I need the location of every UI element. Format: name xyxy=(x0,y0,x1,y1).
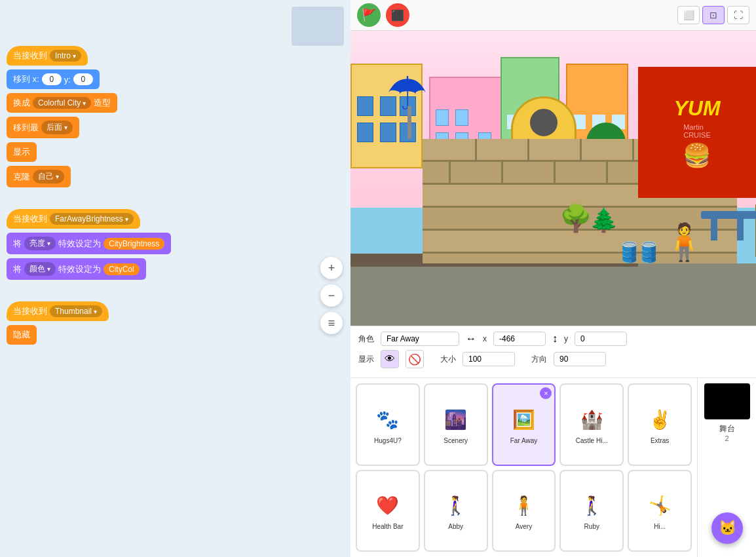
clone-dropdown[interactable]: 自己 xyxy=(33,170,64,183)
yum-content: YUM MartinCRUISE 🍔 xyxy=(673,96,720,169)
block-row-brightness: 将 亮度 特效设定为 CityBrightness xyxy=(7,233,344,256)
layer-dropdown[interactable]: 后面 xyxy=(41,121,73,134)
zoom-out-button[interactable]: − xyxy=(320,284,343,307)
sprite-name-castlehi: Castle Hi... xyxy=(576,437,608,444)
props-row-2: 显示 👁 🚫 大小 方向 xyxy=(358,350,748,368)
effect-dropdown-2[interactable]: 颜色 xyxy=(24,262,56,276)
stage-thumbnail[interactable] xyxy=(704,383,750,419)
sprite-icon-ruby: 🚶‍♀️ xyxy=(577,491,607,520)
sprite-icon-extras: ✌️ xyxy=(645,405,675,434)
sprite-name-abby: Abby xyxy=(448,523,463,530)
game-stage: ☂ xyxy=(350,31,756,326)
costume-dropdown[interactable]: Colorful City xyxy=(33,97,91,109)
go-to-layer-block[interactable]: 移到最 后面 xyxy=(7,117,79,138)
switch-costume-block[interactable]: 换成 Colorful City 造型 xyxy=(7,93,117,113)
sprite-name-hi: Hi... xyxy=(654,523,666,530)
sprite-name-healthbar: Health Bar xyxy=(372,523,403,530)
block-row-color: 将 颜色 特效设定为 CityCol xyxy=(7,258,344,282)
sprite-icon-scenery: 🌆 xyxy=(441,405,470,434)
direction-input[interactable] xyxy=(554,352,606,366)
bench-sprite xyxy=(701,211,756,240)
block-group-3: 当接收到 Thumbnail 隐藏 xyxy=(7,301,344,347)
block-row-hat1: 当接收到 Intro xyxy=(7,46,344,67)
sprite-name-extras: Extras xyxy=(651,437,669,444)
sprite-item-healthbar[interactable]: ❤️Health Bar xyxy=(356,470,420,552)
stop-button[interactable]: ⬛ xyxy=(386,3,409,27)
event-receive-block-1[interactable]: 当接收到 Intro xyxy=(7,46,88,66)
effect-dropdown-1[interactable]: 亮度 xyxy=(24,237,56,250)
sprite-item-abby[interactable]: 🚶‍♀️Abby xyxy=(424,470,488,552)
sprites-list: 🐾Hugs4U?🌆Scenery×🖼️Far Away🏰Castle Hi...… xyxy=(350,378,697,557)
green-flag-button[interactable]: 🚩 xyxy=(357,3,381,27)
view-fullscreen-button[interactable]: ⛶ xyxy=(727,6,749,24)
sprite-item-hi[interactable]: 🤸Hi... xyxy=(628,470,692,552)
zoom-in-button[interactable]: + xyxy=(320,257,343,279)
tree-sprite-2: 🌲 xyxy=(590,207,618,234)
ground xyxy=(350,263,756,326)
direction-label: 方向 xyxy=(531,354,547,365)
x-input[interactable] xyxy=(493,332,546,346)
yum-sign: YUM MartinCRUISE 🍔 xyxy=(638,67,756,198)
size-input[interactable] xyxy=(463,352,515,366)
sprite-item-castlehi[interactable]: 🏰Castle Hi... xyxy=(559,383,624,466)
view-controls: ⬜ ⊡ ⛶ xyxy=(677,6,749,24)
role-name-input[interactable] xyxy=(381,332,459,346)
zoom-controls: + − ≡ xyxy=(320,257,343,334)
sprite-icon-castlehi: 🏰 xyxy=(577,405,607,434)
view-small-button[interactable]: ⬜ xyxy=(677,6,700,24)
show-visible-button[interactable]: 👁 xyxy=(381,350,399,368)
sprite-icon-faraway: 🖼️ xyxy=(509,405,539,434)
sprite-name-ruby: Ruby xyxy=(584,523,599,530)
thumbnail-area xyxy=(292,7,344,46)
event-receive-block-3[interactable]: 当接收到 Thumbnail xyxy=(7,301,109,321)
sprite-icon-healthbar: ❤️ xyxy=(373,491,402,520)
sprite-item-ruby[interactable]: 🚶‍♀️Ruby xyxy=(559,470,624,552)
sprite-name-hugs4u: Hugs4U? xyxy=(374,437,402,444)
show-block[interactable]: 显示 xyxy=(7,142,37,162)
sprite-item-hugs4u[interactable]: 🐾Hugs4U? xyxy=(356,383,420,466)
event-dropdown-3[interactable]: Thumbnail xyxy=(50,305,102,317)
fit-button[interactable]: ≡ xyxy=(320,312,343,334)
block-group-2: 当接收到 FarAwayBrightness 将 亮度 特效设定为 CityBr… xyxy=(7,209,344,282)
barrel-sprite-2: 🛢️ xyxy=(637,240,661,263)
sprite-delete-faraway[interactable]: × xyxy=(540,387,552,399)
x-label: x xyxy=(483,334,487,343)
event-dropdown-1[interactable]: Intro xyxy=(50,50,81,62)
yum-text: YUM xyxy=(673,96,720,121)
block-row-hide: 隐藏 xyxy=(7,325,344,347)
sprite-item-scenery[interactable]: 🌆Scenery xyxy=(424,383,488,466)
clone-block[interactable]: 克隆 自己 xyxy=(7,166,71,187)
sprite-item-extras[interactable]: ✌️Extras xyxy=(628,383,692,466)
hide-block[interactable]: 隐藏 xyxy=(7,325,37,345)
props-row-1: 角色 ↔ x ↕ y xyxy=(358,332,748,346)
block-row-move: 移到 x: 0 y: 0 xyxy=(7,69,344,91)
main-layout: 当接收到 Intro 移到 x: 0 y: 0 换成 Colorful City… xyxy=(0,0,756,557)
burger-icon: 🍔 xyxy=(683,142,711,169)
event-receive-block-2[interactable]: 当接收到 FarAwayBrightness xyxy=(7,209,140,229)
set-brightness-block[interactable]: 将 亮度 特效设定为 CityBrightness xyxy=(7,233,171,254)
set-color-block[interactable]: 将 颜色 特效设定为 CityCol xyxy=(7,258,146,280)
role-label: 角色 xyxy=(358,334,374,345)
y-label: y xyxy=(564,334,568,343)
view-medium-button[interactable]: ⊡ xyxy=(702,6,725,24)
arrow-icon: ↔ xyxy=(466,333,476,345)
sprite-name-faraway: Far Away xyxy=(510,437,538,444)
cat-robot-icon: 🐱 xyxy=(719,520,736,537)
stop-icon: ⬛ xyxy=(391,9,404,22)
y-input[interactable] xyxy=(575,332,627,346)
block-row-layer: 移到最 后面 xyxy=(7,117,344,140)
show-label: 显示 xyxy=(358,354,374,365)
updown-icon: ↕ xyxy=(552,333,558,345)
add-sprite-button[interactable]: 🐱 xyxy=(711,512,743,544)
stage-count: 2 xyxy=(725,434,728,442)
properties-panel: 角色 ↔ x ↕ y 显示 👁 🚫 大小 xyxy=(350,326,756,378)
sprite-item-faraway[interactable]: ×🖼️Far Away xyxy=(492,383,556,466)
event-dropdown-2[interactable]: FarAwayBrightness xyxy=(50,213,134,225)
right-panel: 🚩 ⬛ ⬜ ⊡ ⛶ xyxy=(350,0,756,557)
sprite-item-avery[interactable]: 🧍Avery xyxy=(492,470,556,552)
size-label: 大小 xyxy=(440,354,456,365)
move-xy-block[interactable]: 移到 x: 0 y: 0 xyxy=(7,69,100,89)
show-hidden-button[interactable]: 🚫 xyxy=(406,350,424,368)
block-row-costume: 换成 Colorful City 造型 xyxy=(7,93,344,115)
stage-buttons: 🚩 ⬛ xyxy=(357,3,409,27)
